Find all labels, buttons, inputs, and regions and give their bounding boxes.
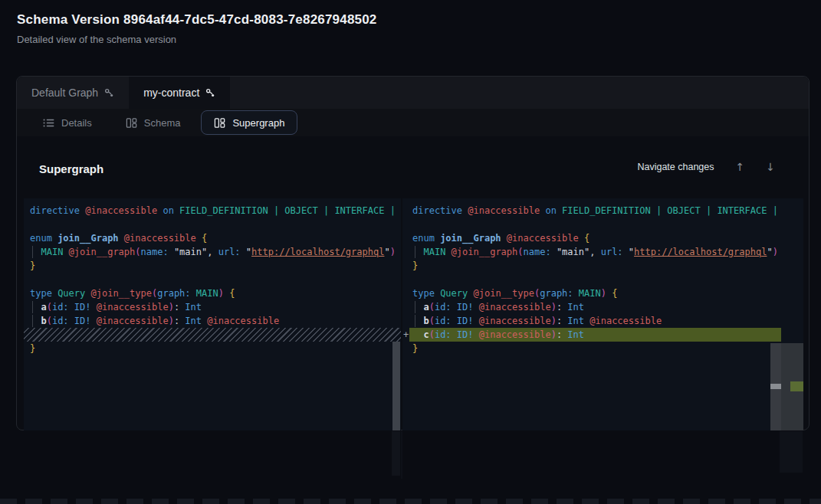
prev-change-button[interactable]: ↑ [736,162,745,172]
code-line: type Query @join__type(graph: MAIN) { [24,286,401,300]
diff-right-editor[interactable]: directive @inaccessible on FIELD_DEFINIT… [402,198,803,430]
code-line: directive @inaccessible on FIELD_DEFINIT… [24,204,401,218]
minimap[interactable] [770,343,803,430]
split-panels-icon [214,117,225,129]
tab-schema[interactable]: Schema [113,110,194,135]
tab-details[interactable]: Details [30,110,105,135]
next-change-button[interactable]: ↓ [766,162,775,172]
code-line: directive @inaccessible on FIELD_DEFINIT… [402,204,803,218]
subtab-label: Schema [144,117,181,129]
divider-overflow-strip [401,431,402,479]
schema-version-card: Default Graph my-contract [16,76,810,430]
list-icon [43,118,54,128]
bottom-dashed-edge [0,499,821,504]
code-line: b(id: ID! @inaccessible): Int @inaccessi… [24,314,401,328]
code-line: } [402,259,803,273]
diff-left-code: directive @inaccessible on FIELD_DEFINIT… [24,198,401,355]
code-line: } [402,342,803,355]
code-line: MAIN @join__graph(name: "main", url: "ht… [24,245,401,259]
code-line: } [24,259,401,273]
subtab-label: Supergraph [232,117,284,129]
minimap-overflow-strip [780,431,803,473]
tab-label: my-contract [143,87,199,99]
code-line: type Query @join__type(graph: MAIN) { [402,286,803,300]
left-editor-scrollbar[interactable] [392,342,400,430]
code-line: a(id: ID! @inaccessible): Int [402,300,803,314]
code-line: enum join__Graph @inaccessible { [24,231,401,245]
page-title: Schema Version 8964af44-7dc5-47cd-8083-7… [17,12,377,28]
subtab-label: Details [61,117,92,129]
diff-placeholder-line [24,328,401,342]
tab-label: Default Graph [31,87,98,99]
code-line: MAIN @join__graph(name: "main", url: "ht… [402,245,803,259]
supergraph-heading: Supergraph [39,162,103,175]
code-line [24,273,401,286]
arrow-up-icon: ↑ [736,161,745,173]
page-header: Schema Version 8964af44-7dc5-47cd-8083-7… [17,12,377,45]
navigate-changes: Navigate changes ↑ ↓ [637,162,775,172]
code-line: enum join__Graph @inaccessible { [402,231,803,245]
code-line [402,273,803,286]
diff-left-editor[interactable]: directive @inaccessible on FIELD_DEFINIT… [24,198,401,430]
variant-tab-bar: Default Graph my-contract [17,77,809,109]
scrollbar-overflow-strip [392,431,400,476]
view-tab-bar: Details Schema Supergraph [17,109,809,136]
diff-added-marker: + [403,328,409,342]
minimap-viewport-marker [770,384,781,389]
code-line: } [24,342,401,355]
fork-icon [104,88,114,98]
tab-supergraph[interactable]: Supergraph [201,110,297,135]
arrow-down-icon: ↓ [766,161,775,173]
diff-right-code: directive @inaccessible on FIELD_DEFINIT… [402,198,803,355]
tab-default-graph[interactable]: Default Graph [17,77,129,109]
split-panels-icon [126,117,137,129]
navigate-changes-label: Navigate changes [637,162,714,172]
code-line: a(id: ID! @inaccessible): Int [24,300,401,314]
diff-added-line: + c(id: ID! @inaccessible): Int [402,328,803,342]
code-line [24,218,401,231]
minimap-added-change-marker [790,381,803,391]
tab-my-contract[interactable]: my-contract [129,77,230,109]
fork-icon [205,88,215,98]
page-subtitle: Detailed view of the schema version [17,34,377,45]
code-line [402,218,803,231]
code-line: b(id: ID! @inaccessible): Int @inaccessi… [402,314,803,328]
